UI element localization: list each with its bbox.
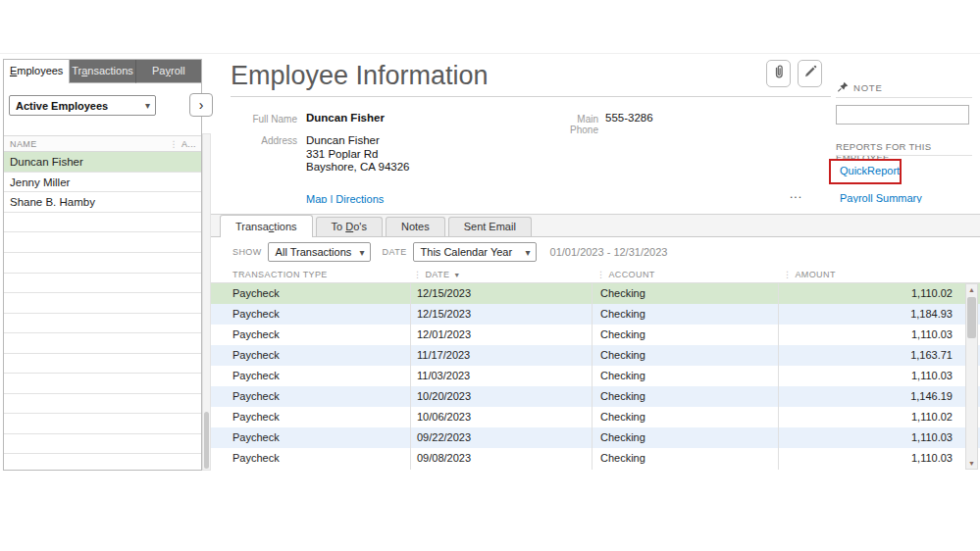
transaction-account-cell: Checking: [600, 407, 645, 427]
date-filter-value: This Calendar Year: [421, 246, 513, 258]
transaction-account-cell: Checking: [600, 345, 645, 366]
transaction-account-cell: Checking: [600, 448, 645, 469]
sidebar-tab[interactable]: Employees: [4, 60, 70, 83]
employee-filter-row: Active Employees ▾ ›: [4, 83, 201, 135]
transaction-row[interactable]: Paycheck 12/15/2023 Checking 1,110.02: [211, 283, 980, 304]
transaction-row[interactable]: Paycheck 10/06/2023 Checking 1,110.02: [211, 407, 980, 427]
date-filter-dropdown[interactable]: This Calendar Year ▾: [413, 242, 537, 262]
transactions-section: Transactions To Do's Notes Sent Email SH…: [211, 214, 980, 471]
transaction-row[interactable]: Paycheck 11/17/2023 Checking 1,163.71: [211, 345, 980, 366]
paperclip-icon: [771, 64, 787, 83]
address-label: Address: [229, 135, 297, 146]
transaction-account-cell: Checking: [600, 325, 645, 345]
map-directions-links[interactable]: Map | Directions: [306, 193, 384, 203]
address-line: Duncan Fisher: [306, 134, 410, 148]
scroll-up-icon[interactable]: ▲: [966, 284, 977, 295]
quickreport-link[interactable]: QuickReport: [840, 165, 900, 176]
reports-section-label: REPORTS FOR THIS EMPLOYEE: [836, 141, 980, 163]
transaction-amount-cell: 1,110.02: [911, 283, 953, 304]
transaction-type-cell: Paycheck: [232, 427, 280, 448]
transaction-date-cell: 11/17/2023: [417, 345, 470, 366]
more-fields-ellipsis[interactable]: ...: [790, 187, 802, 201]
transaction-type-cell: Paycheck: [232, 366, 280, 386]
transaction-row[interactable]: Paycheck 12/01/2023 Checking 1,110.03: [211, 325, 980, 345]
note-input[interactable]: [836, 105, 969, 125]
transactions-tab[interactable]: Notes: [386, 217, 445, 236]
transaction-type-column-header[interactable]: TRANSACTION TYPE: [232, 270, 328, 279]
transaction-row[interactable]: Paycheck 12/15/2023 Checking 1,184.93: [211, 304, 980, 325]
amount-column-header[interactable]: ⋮AMOUNT: [783, 270, 836, 279]
sidebar-scrollbar-thumb[interactable]: [204, 412, 209, 469]
expand-panel-button[interactable]: ›: [189, 93, 213, 117]
main-phone-value: 555-3286: [605, 112, 653, 124]
transaction-amount-cell: 1,110.03: [911, 366, 953, 386]
transaction-type-cell: Paycheck: [232, 407, 280, 427]
transaction-date-cell: 12/15/2023: [417, 283, 471, 304]
transaction-date-cell: 09/22/2023: [417, 427, 471, 448]
transactions-tab[interactable]: Transactions: [220, 215, 313, 237]
scroll-down-icon[interactable]: ▼: [966, 458, 977, 469]
transaction-account-cell: Checking: [600, 283, 645, 304]
column-divider-icon: ⋮: [596, 270, 605, 279]
transaction-date-cell: 10/20/2023: [417, 386, 471, 407]
transaction-account-cell: Checking: [600, 427, 645, 448]
transactions-table-header: TRANSACTION TYPE ⋮DATE▼ ⋮ACCOUNT ⋮AMOUNT: [211, 267, 980, 283]
attach-file-button[interactable]: [766, 60, 791, 87]
sidebar-tab[interactable]: Payroll: [136, 60, 201, 83]
transaction-type-cell: Paycheck: [232, 345, 280, 366]
transactions-scrollbar[interactable]: ▲ ▼: [965, 283, 978, 470]
transactions-filter-row: SHOW All Transactions ▾ DATE This Calend…: [211, 237, 980, 267]
sidebar-tabs: Employees Transactions Payroll: [4, 60, 201, 83]
transaction-row[interactable]: Paycheck 10/20/2023 Checking 1,146.19: [211, 386, 980, 407]
transaction-row[interactable]: Paycheck 11/03/2023 Checking 1,110.03: [211, 366, 980, 386]
transaction-amount-cell: 1,184.93: [910, 304, 953, 325]
date-column-header[interactable]: ⋮DATE▼: [413, 270, 461, 279]
address-value: Duncan Fisher 331 Poplar Rd Bayshore, CA…: [306, 134, 410, 175]
sidebar-tab[interactable]: Transactions: [70, 60, 135, 83]
active-employees-dropdown-value: Active Employees: [16, 100, 108, 112]
transactions-table-body: Paycheck 12/15/2023 Checking 1,110.02 Pa…: [211, 283, 980, 470]
full-name-value: Duncan Fisher: [306, 112, 385, 124]
transaction-account-cell: Checking: [600, 366, 645, 386]
sort-descending-icon: ▼: [453, 272, 460, 278]
transaction-amount-cell: 1,110.03: [911, 325, 953, 345]
column-divider-icon: ⋮: [413, 270, 422, 279]
name-column-header[interactable]: NAME: [10, 139, 37, 149]
transaction-amount-cell: 1,110.03: [911, 448, 953, 469]
employee-list-header: NAME ⋮A...: [4, 135, 201, 152]
transaction-row[interactable]: Paycheck 09/08/2023 Checking 1,110.03: [211, 448, 980, 469]
transactions-tabs: Transactions To Do's Notes Sent Email: [211, 214, 980, 237]
employee-list: Duncan Fisher Jenny Miller Shane B. Hamb…: [4, 152, 201, 213]
show-filter-dropdown[interactable]: All Transactions ▾: [268, 242, 371, 262]
full-name-label: Full Name: [229, 114, 297, 125]
account-column-header[interactable]: ⋮ACCOUNT: [596, 270, 655, 279]
address-line: Bayshore, CA 94326: [306, 161, 410, 175]
transaction-amount-cell: 1,146.19: [910, 386, 953, 407]
transactions-tab[interactable]: Sent Email: [448, 217, 532, 236]
transaction-type-cell: Paycheck: [232, 325, 280, 345]
column-divider-icon: ⋮: [783, 270, 792, 279]
pencil-icon: [802, 64, 818, 83]
show-filter-value: All Transactions: [276, 246, 352, 258]
reports-divider: [836, 155, 972, 156]
sidebar-scrollbar[interactable]: [202, 133, 211, 471]
payroll-summary-link[interactable]: Payroll Summary: [840, 192, 922, 203]
attach-column-header[interactable]: ⋮A...: [169, 139, 196, 149]
active-employees-dropdown[interactable]: Active Employees ▾: [9, 95, 156, 116]
transaction-date-cell: 12/15/2023: [417, 304, 471, 325]
transactions-scrollbar-thumb[interactable]: [967, 297, 976, 338]
column-divider-icon: ⋮: [169, 139, 178, 149]
date-label: DATE: [383, 247, 407, 257]
chevron-down-icon: ▾: [526, 247, 531, 258]
transactions-tab[interactable]: To Do's: [316, 217, 383, 236]
transaction-date-cell: 10/06/2023: [417, 407, 471, 427]
chevron-down-icon: ▾: [145, 100, 150, 111]
employee-list-item[interactable]: Shane B. Hamby: [4, 192, 201, 213]
employee-list-item[interactable]: Jenny Miller: [4, 173, 201, 193]
edit-employee-button[interactable]: [798, 60, 822, 87]
note-header: NOTE: [838, 81, 883, 94]
show-label: SHOW: [232, 247, 262, 257]
employee-list-item[interactable]: Duncan Fisher: [4, 152, 201, 173]
transaction-row[interactable]: Paycheck 09/22/2023 Checking 1,110.03: [211, 427, 980, 448]
transaction-account-cell: Checking: [600, 304, 645, 325]
